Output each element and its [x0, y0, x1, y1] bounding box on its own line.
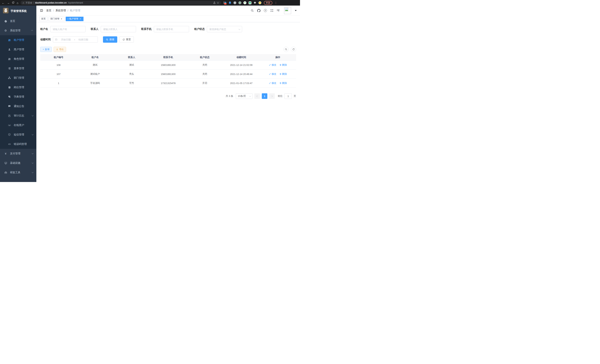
sidebar-logo-row[interactable]: 芋道管理系统: [0, 6, 36, 16]
export-button[interactable]: 导出: [54, 47, 66, 52]
sidebar-item-system[interactable]: ⚙ 系统管理: [0, 26, 36, 35]
share-icon[interactable]: [213, 1, 216, 4]
tag-dept[interactable]: 部门管理 ×: [49, 17, 65, 21]
sidebar-item-user[interactable]: 用户管理: [0, 45, 36, 54]
goto-page-input[interactable]: [284, 93, 292, 99]
sidebar-item-dict[interactable]: 字典管理: [0, 92, 36, 102]
reset-button[interactable]: 重置: [120, 36, 134, 43]
date-start-input[interactable]: [58, 38, 74, 41]
browser-extensions: 10 ⌘ Y: [223, 1, 262, 4]
gear-icon: ⚙: [4, 29, 7, 32]
next-page-button[interactable]: [269, 93, 275, 99]
search-button[interactable]: 搜索: [103, 36, 117, 43]
filter-contact: 联系人: [91, 26, 136, 32]
breadcrumb-home[interactable]: 首页: [46, 9, 51, 12]
edit-link[interactable]: 修改: [269, 72, 276, 76]
search-icon: [106, 38, 108, 41]
browser-home-icon[interactable]: ⌂: [17, 1, 18, 4]
sidebar-item-label: 岗位管理: [14, 86, 33, 89]
github-icon[interactable]: [257, 9, 261, 12]
sidebar-item-audit-log[interactable]: 审计日志: [0, 111, 36, 121]
address-bar[interactable]: ⚠ 不安全 dashboard.yudao.iocoder.cn/system/…: [21, 1, 221, 5]
extension-command-icon[interactable]: ⌘: [233, 1, 236, 4]
sidebar-item-role[interactable]: 角色管理: [0, 54, 36, 64]
sidebar-item-tenant[interactable]: 租户管理: [0, 35, 36, 45]
sidebar-item-label: 菜单管理: [14, 67, 33, 70]
extension-balloon-icon[interactable]: [228, 1, 232, 4]
contact-input[interactable]: [101, 26, 136, 32]
help-icon[interactable]: ?: [264, 9, 267, 12]
dashboard-gauge-icon: [4, 20, 7, 23]
browser-back-icon[interactable]: ←: [2, 1, 5, 4]
close-icon[interactable]: ×: [79, 18, 82, 20]
browser-reload-icon[interactable]: [12, 1, 14, 4]
filter-label: 租户名: [40, 28, 48, 31]
profile-avatar-icon[interactable]: [258, 1, 262, 4]
edit-link[interactable]: 修改: [269, 63, 276, 67]
active-tag-dot: ●: [67, 18, 68, 20]
tag-home[interactable]: 首页: [39, 17, 47, 21]
toggle-search-icon[interactable]: [283, 47, 289, 52]
tag-tenant[interactable]: ● 租户管理 ×: [66, 17, 84, 21]
sidebar-item-online-users[interactable]: 在线用户: [0, 121, 36, 130]
url-path[interactable]: /system/tenant: [68, 1, 83, 4]
extension-record-icon[interactable]: [238, 1, 242, 4]
user-avatar[interactable]: [284, 7, 291, 14]
sidebar-item-menu[interactable]: 菜单管理: [0, 64, 36, 73]
date-end-input[interactable]: [76, 38, 91, 41]
chrome-update-button[interactable]: 更新: [264, 1, 272, 5]
main-area: 首页 / 系统管理 / 租户管理: [36, 6, 300, 182]
status-select[interactable]: [207, 26, 242, 32]
browser-forward-icon[interactable]: →: [7, 1, 10, 4]
sidebar-collapse-icon[interactable]: [40, 9, 43, 12]
url-host[interactable]: dashboard.yudao.iocoder.cn: [35, 1, 67, 4]
search-button-label: 搜索: [110, 38, 114, 41]
delete-link[interactable]: 删除: [279, 63, 287, 67]
current-page-button[interactable]: 1: [262, 93, 267, 99]
screen: ← → ⌂ ⚠ 不安全 dashboard.yudao.iocoder.cn/s…: [0, 0, 300, 182]
edit-label: 修改: [272, 72, 276, 76]
refresh-table-icon[interactable]: [291, 47, 296, 52]
sidebar-item-notice[interactable]: 通知公告: [0, 102, 36, 111]
tree-list-icon: [8, 67, 11, 70]
add-button[interactable]: + 新增: [40, 47, 52, 52]
sidebar-item-sms[interactable]: 短信管理: [0, 130, 36, 139]
table-row: 107 测试租户 秃头 15601691300 关闭 2021-12-14 20…: [40, 70, 296, 79]
trash-icon: [279, 82, 282, 84]
extension-chat-icon[interactable]: [248, 1, 252, 4]
date-range-picker[interactable]: -: [53, 36, 98, 43]
sidebar-item-infra[interactable]: 基础设施: [0, 158, 36, 168]
search-icon[interactable]: [251, 9, 254, 12]
bookmark-star-icon[interactable]: ☆: [217, 1, 219, 4]
edit-pen-icon: [269, 64, 271, 66]
sidebar-item-pay[interactable]: ¥ 支付管理: [0, 149, 36, 158]
sidebar-item-errcode[interactable]: 错误码管理: [0, 139, 36, 149]
edit-link[interactable]: 修改: [269, 82, 276, 85]
sidebar-item-dept[interactable]: 部门管理: [0, 73, 36, 83]
tenant-name-input[interactable]: [50, 26, 85, 32]
delete-link[interactable]: 删除: [279, 72, 287, 76]
delete-link[interactable]: 删除: [279, 82, 287, 85]
close-icon[interactable]: ×: [60, 18, 63, 20]
table-row: 108 测试 测试 15601691300 关闭 2021-12-14 21:0…: [40, 60, 296, 70]
fullscreen-icon[interactable]: [270, 9, 273, 12]
breadcrumb-system[interactable]: 系统管理: [56, 9, 66, 12]
sidebar-item-home[interactable]: 首页: [0, 16, 36, 26]
page-size-select[interactable]: 10条/页: [236, 93, 253, 99]
prev-page-button[interactable]: [254, 93, 260, 99]
role-users-icon: [8, 57, 11, 60]
chrome-menu-icon[interactable]: ⋮: [275, 1, 277, 4]
font-size-icon[interactable]: TT: [277, 9, 280, 12]
security-label[interactable]: 不安全: [26, 1, 32, 4]
extension-y-icon[interactable]: Y: [243, 1, 247, 4]
extension-grid-icon[interactable]: 10: [223, 1, 226, 4]
mobile-input[interactable]: [154, 26, 189, 32]
sidebar-item-devtools[interactable]: 研发工具: [0, 168, 36, 177]
filter-label: 创建时间: [40, 38, 51, 41]
avatar-caret-icon[interactable]: [295, 10, 297, 11]
sidebar-item-post[interactable]: 岗位管理: [0, 83, 36, 92]
goto-label: 前往: [278, 94, 282, 98]
filter-row-1: 租户名 联系人 联系手机 租户状态: [40, 26, 296, 32]
extensions-puzzle-icon[interactable]: [253, 1, 257, 4]
cell-created: 2021-12-14 21:02:09: [223, 64, 260, 66]
